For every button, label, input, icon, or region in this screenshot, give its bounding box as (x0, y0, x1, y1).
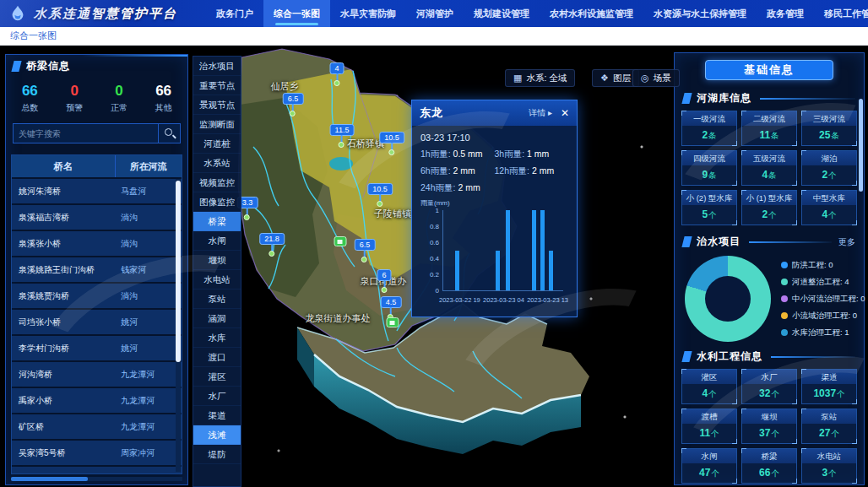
layer-menu-item-涵洞[interactable]: 涵洞 (193, 309, 241, 328)
info-card[interactable]: 一级河流2条 (681, 111, 737, 146)
table-row[interactable]: 泉溪福吉湾桥淌沟 (12, 205, 182, 230)
layer-menu-item-水闸[interactable]: 水闸 (193, 231, 241, 251)
layer-menu-item-水系站[interactable]: 水系站 (193, 154, 241, 173)
info-card[interactable]: 渡槽11个 (681, 409, 737, 444)
info-card[interactable]: 渠道1037个 (801, 369, 857, 404)
rain-field-value: 1 mm (527, 149, 549, 159)
panel-accent-icon (11, 61, 21, 72)
layer-menu-item-浅滩[interactable]: 浅滩 (193, 425, 241, 445)
basic-info-button[interactable]: 基础信息 (705, 60, 833, 80)
table-vertical-scrollbar[interactable] (176, 179, 181, 472)
info-card-value: 3个 (802, 463, 856, 483)
station-badge[interactable]: 10.5 (379, 132, 404, 143)
table-row[interactable]: 泉溪张小桥淌沟 (12, 231, 182, 256)
nav-item-4[interactable]: 河湖管护 (406, 0, 464, 27)
table-row[interactable]: 司垱张小桥姚河 (12, 310, 182, 334)
nav-item-8[interactable]: 政务管理 (757, 0, 814, 27)
station-badge[interactable]: 4.5 (381, 296, 402, 308)
layer-menu-item-河道桩[interactable]: 河道桩 (193, 134, 241, 154)
info-card-unit: 个 (711, 429, 719, 438)
info-card[interactable]: 中型水库4个 (801, 190, 857, 225)
station-badge[interactable]: 11.5 (330, 124, 355, 136)
station-badge[interactable]: 6 (377, 269, 391, 281)
info-card[interactable]: 水电站3个 (801, 448, 857, 484)
nav-item-6[interactable]: 农村水利设施监管理 (540, 0, 643, 27)
layer-menu-item-水库[interactable]: 水库 (193, 328, 241, 348)
info-card[interactable]: 四级河流9条 (681, 150, 737, 186)
table-row[interactable]: 泉溪姚贾沟桥淌沟 (12, 284, 182, 308)
info-card[interactable]: 二级河流11条 (741, 111, 797, 146)
layer-menu-item-灌区[interactable]: 灌区 (193, 367, 241, 387)
layer-menu-item-监测断面[interactable]: 监测断面 (193, 115, 241, 134)
nav-item-5[interactable]: 规划建设管理 (464, 0, 540, 27)
nav-item-9[interactable]: 移民工作管理 (814, 0, 868, 27)
layer-menu-item-景观节点[interactable]: 景观节点 (193, 95, 241, 115)
info-card[interactable]: 灌区4个 (681, 369, 737, 404)
detail-link[interactable]: 详情 ▸ (529, 107, 552, 119)
bridge-name-cell: 姚河朱湾桥 (12, 179, 112, 203)
table-row[interactable]: 吴家湾5号桥周家冲河 (12, 441, 182, 465)
nav-item-2[interactable]: 综合一张图 (263, 0, 330, 27)
layer-menu-item-泵站[interactable]: 泵站 (193, 289, 241, 309)
layer-menu-item-视频监控[interactable]: 视频监控 (193, 173, 241, 192)
nav-item-3[interactable]: 水旱灾害防御 (330, 0, 406, 27)
info-card-unit: 个 (711, 468, 719, 478)
info-card[interactable]: 五级河流4条 (741, 150, 797, 186)
layer-menu-item-图像监控[interactable]: 图像监控 (193, 192, 241, 212)
table-row[interactable]: 贾家桥周家冲河 (12, 467, 182, 474)
table-row[interactable]: 姚河朱湾桥马盘河 (12, 179, 182, 203)
info-card[interactable]: 三级河流25条 (801, 111, 857, 146)
camera-icon[interactable] (334, 236, 347, 246)
station-badge[interactable]: 6.5 (283, 93, 304, 105)
x-tick: 2023-03-22 19 (439, 296, 480, 304)
panel-scrollbar[interactable] (859, 99, 863, 192)
info-card[interactable]: 湖泊2个 (801, 150, 857, 186)
bridge-table-header: 桥名 所在河流 (12, 155, 182, 177)
table-row[interactable]: 泉溪姚路王街门沟桥钱家河 (12, 257, 182, 282)
nav-item-7[interactable]: 水资源与水土保持管理 (643, 0, 757, 27)
station-badge[interactable]: 4 (329, 62, 344, 74)
search-input[interactable] (14, 124, 158, 143)
layer-menu-item-重要节点[interactable]: 重要节点 (193, 76, 241, 95)
table-row[interactable]: 河沟湾桥九龙潭河 (12, 362, 182, 387)
info-card-value: 2条 (682, 126, 736, 145)
table-row[interactable]: 禹家小桥九龙潭河 (12, 388, 182, 413)
info-card[interactable]: 水闸47个 (681, 448, 737, 484)
stat-value: 66 (8, 83, 52, 100)
layer-menu-item-堤防[interactable]: 堤防 (193, 445, 241, 464)
info-card[interactable]: 小 (1) 型水库2个 (741, 190, 797, 225)
layer-menu-item-渠道[interactable]: 渠道 (193, 406, 241, 425)
table-horizontal-scrollbar[interactable] (11, 477, 182, 481)
close-icon[interactable]: ✕ (561, 107, 569, 119)
layer-menu-item-治水项目[interactable]: 治水项目 (193, 57, 241, 76)
map-control-watersystem[interactable]: ▦水系: 全域 (505, 69, 575, 87)
layer-menu-item-水厂[interactable]: 水厂 (193, 387, 241, 406)
layer-menu-item-堰坝[interactable]: 堰坝 (193, 251, 241, 270)
layer-menu-item-渡口[interactable]: 渡口 (193, 348, 241, 367)
more-link[interactable]: 更多 (838, 236, 855, 248)
station-badge[interactable]: 10.5 (367, 183, 393, 195)
info-card[interactable]: 泵站27个 (801, 409, 857, 444)
bridge-table-body: 姚河朱湾桥马盘河泉溪福吉湾桥淌沟泉溪张小桥淌沟泉溪姚路王街门沟桥钱家河泉溪姚贾沟… (12, 179, 182, 474)
projects-chart-block: 防洪工程: 0河道整治工程: 4中小河流治理工程: 0小流域治理工程: 0水库治… (675, 254, 864, 347)
breadcrumb[interactable]: 综合一张图 (10, 30, 57, 42)
layer-menu-item-水电站[interactable]: 水电站 (193, 270, 241, 289)
table-row[interactable]: 矿区桥九龙潭河 (12, 414, 182, 439)
info-card[interactable]: 堰坝37个 (741, 409, 797, 444)
bridge-name-cell: 泉溪姚路王街门沟桥 (12, 257, 112, 282)
station-badge[interactable]: 21.8 (259, 233, 285, 245)
nav-item-1[interactable]: 政务门户 (206, 0, 263, 27)
layer-menu-item-桥梁[interactable]: 桥梁 (193, 212, 241, 231)
legend-label: 水库治理工程: 1 (792, 327, 849, 338)
search-button[interactable] (158, 124, 180, 143)
info-card[interactable]: 水厂32个 (741, 369, 797, 404)
station-badge[interactable]: 6.5 (355, 239, 376, 251)
info-card[interactable]: 小 (2) 型水库5个 (681, 190, 737, 225)
camera-icon[interactable] (387, 317, 399, 327)
map-control-label: 场景 (654, 73, 671, 84)
map-control-scene[interactable]: ◎场景 (632, 69, 680, 87)
bridge-name-cell: 泉溪姚贾沟桥 (12, 284, 112, 308)
info-card[interactable]: 桥梁66个 (741, 448, 797, 484)
table-row[interactable]: 李学村门沟桥姚河 (12, 336, 182, 360)
river-name-cell: 九龙潭河 (112, 388, 182, 413)
